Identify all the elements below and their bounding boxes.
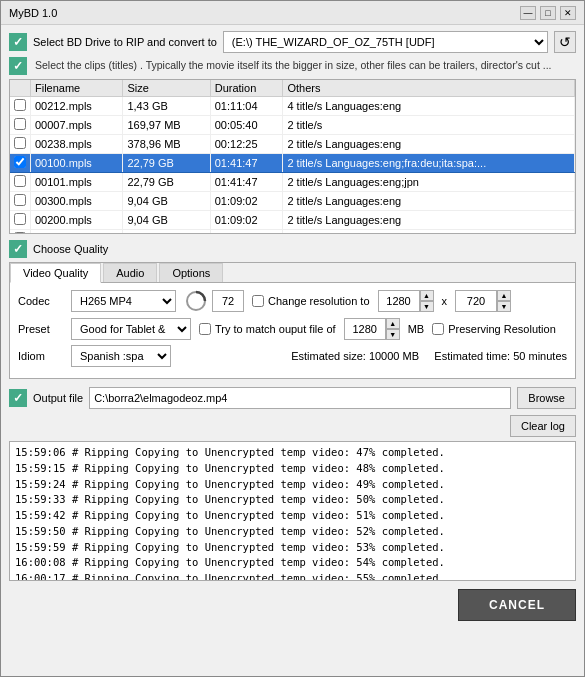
log-line: 15:59:24 # Ripping Copying to Unencrypte…	[15, 477, 570, 493]
match-output-wrap: Try to match ouput file of	[199, 323, 336, 335]
table-row[interactable]: 00100.mpls 22,79 GB 01:41:47 2 title/s L…	[10, 154, 575, 173]
row-checkbox-cell[interactable]	[10, 173, 31, 192]
res-height-wrap: 720 ▲ ▼	[455, 290, 511, 312]
preserving-res-checkbox[interactable]	[432, 323, 444, 335]
log-line: 16:00:08 # Ripping Copying to Unencrypte…	[15, 555, 570, 571]
tab-audio[interactable]: Audio	[103, 263, 157, 282]
tabs-header: Video Quality Audio Options	[10, 263, 575, 283]
row-checkbox[interactable]	[14, 213, 26, 225]
row-checkbox-cell[interactable]	[10, 211, 31, 230]
quality-input[interactable]: 72	[212, 290, 244, 312]
row-filename: 00238.mpls	[31, 135, 123, 154]
idiom-label: Idiom	[18, 350, 63, 362]
log-line: 15:59:50 # Ripping Copying to Unencrypte…	[15, 524, 570, 540]
row-checkbox-cell[interactable]	[10, 116, 31, 135]
res-width-down[interactable]: ▼	[420, 301, 434, 312]
table-row[interactable]: 00240.mpls 1,81 GB 01:00:48 2 title/s La…	[10, 230, 575, 235]
res-height-up[interactable]: ▲	[497, 290, 511, 301]
codec-row: Codec H265 MP4H264 MP4H265 MKV 72 Change…	[18, 289, 567, 313]
match-output-input-wrap: 1280 ▲ ▼	[344, 318, 400, 340]
log-line: 15:59:06 # Ripping Copying to Unencrypte…	[15, 445, 570, 461]
row-duration: 01:00:48	[210, 230, 283, 235]
tab-video-quality[interactable]: Video Quality	[10, 263, 101, 283]
row-size: 9,04 GB	[123, 211, 210, 230]
output-section: ✓ Output file C:\borra2\elmagodeoz.mp4 B…	[9, 387, 576, 409]
table-row[interactable]: 00007.mpls 169,97 MB 00:05:40 2 title/s	[10, 116, 575, 135]
row-checkbox[interactable]	[14, 137, 26, 149]
table-row[interactable]: 00300.mpls 9,04 GB 01:09:02 2 title/s La…	[10, 192, 575, 211]
preset-label: Preset	[18, 323, 63, 335]
clear-log-button[interactable]: Clear log	[510, 415, 576, 437]
preserving-res-label: Preserving Resolution	[448, 323, 556, 335]
codec-dropdown[interactable]: H265 MP4H264 MP4H265 MKV	[71, 290, 176, 312]
row-filename: 00200.mpls	[31, 211, 123, 230]
res-height-input[interactable]: 720	[455, 290, 497, 312]
minimize-button[interactable]: —	[520, 6, 536, 20]
row-size: 1,43 GB	[123, 97, 210, 116]
res-width-up[interactable]: ▲	[420, 290, 434, 301]
estimated-info: Estimated size: 10000 MB Estimated time:…	[291, 350, 567, 362]
row-duration: 01:09:02	[210, 192, 283, 211]
row-checkbox-cell[interactable]	[10, 97, 31, 116]
est-size-value: 10000 MB	[369, 350, 419, 362]
col-cb	[10, 80, 31, 97]
match-output-down[interactable]: ▼	[386, 329, 400, 340]
res-height-down[interactable]: ▼	[497, 301, 511, 312]
main-window: MyBD 1.0 — □ ✕ ✓ Select BD Drive to RIP …	[0, 0, 585, 677]
output-path-input[interactable]: C:\borra2\elmagodeoz.mp4	[89, 387, 511, 409]
table-row[interactable]: 00238.mpls 378,96 MB 00:12:25 2 title/s …	[10, 135, 575, 154]
row-checkbox-cell[interactable]	[10, 192, 31, 211]
row-size: 169,97 MB	[123, 116, 210, 135]
log-area: 15:59:06 # Ripping Copying to Unencrypte…	[9, 441, 576, 581]
change-res-wrap: Change resolution to	[252, 295, 370, 307]
row-checkbox-cell[interactable]	[10, 135, 31, 154]
row-checkbox[interactable]	[14, 99, 26, 111]
row-checkbox[interactable]	[14, 232, 26, 234]
table-row[interactable]: 00212.mpls 1,43 GB 01:11:04 4 title/s La…	[10, 97, 575, 116]
output-check-icon: ✓	[9, 389, 27, 407]
tab-options[interactable]: Options	[159, 263, 223, 282]
drive-dropdown[interactable]: (E:\) THE_WIZARD_OF_OZ_75TH [UDF]	[223, 31, 548, 53]
match-output-input[interactable]: 1280	[344, 318, 386, 340]
row-duration: 01:09:02	[210, 211, 283, 230]
clips-label: Select the clips (titles) . Typically th…	[35, 59, 552, 73]
row-checkbox-cell[interactable]	[10, 230, 31, 235]
close-button[interactable]: ✕	[560, 6, 576, 20]
col-duration: Duration	[210, 80, 283, 97]
log-line: 15:59:59 # Ripping Copying to Unencrypte…	[15, 540, 570, 556]
idiom-row: Idiom Spanish :spaEnglish :engFrench :fr…	[18, 345, 567, 367]
row-duration: 00:05:40	[210, 116, 283, 135]
cancel-button[interactable]: CANCEL	[458, 589, 576, 621]
col-others: Others	[283, 80, 575, 97]
res-width-input[interactable]: 1280	[378, 290, 420, 312]
log-line: 15:59:33 # Ripping Copying to Unencrypte…	[15, 492, 570, 508]
idiom-dropdown[interactable]: Spanish :spaEnglish :engFrench :fra	[71, 345, 171, 367]
match-output-checkbox[interactable]	[199, 323, 211, 335]
clips-row: ✓ Select the clips (titles) . Typically …	[9, 57, 576, 75]
preset-dropdown[interactable]: Good for Tablet &High QualityFast Encode	[71, 318, 191, 340]
match-output-unit: MB	[408, 323, 425, 335]
row-checkbox[interactable]	[14, 175, 26, 187]
row-checkbox[interactable]	[14, 118, 26, 130]
match-output-up[interactable]: ▲	[386, 318, 400, 329]
row-filename: 00300.mpls	[31, 192, 123, 211]
browse-button[interactable]: Browse	[517, 387, 576, 409]
file-table: Filename Size Duration Others 00212.mpls…	[10, 80, 575, 234]
row-others: 2 title/s	[283, 116, 575, 135]
table-row[interactable]: 00200.mpls 9,04 GB 01:09:02 2 title/s La…	[10, 211, 575, 230]
tabs-container: Video Quality Audio Options Codec H265 M…	[9, 262, 576, 379]
restore-button[interactable]: □	[540, 6, 556, 20]
window-body: ✓ Select BD Drive to RIP and convert to …	[1, 25, 584, 676]
row-checkbox-cell[interactable]	[10, 154, 31, 173]
row-checkbox[interactable]	[14, 194, 26, 206]
row-checkbox[interactable]	[14, 156, 26, 168]
refresh-button[interactable]: ↺	[554, 31, 576, 53]
change-res-checkbox[interactable]	[252, 295, 264, 307]
row-size: 1,81 GB	[123, 230, 210, 235]
table-row[interactable]: 00101.mpls 22,79 GB 01:41:47 2 title/s L…	[10, 173, 575, 192]
drive-label: Select BD Drive to RIP and convert to	[33, 36, 217, 48]
row-others: 2 title/s Languages:eng	[283, 230, 575, 235]
row-size: 22,79 GB	[123, 173, 210, 192]
row-duration: 00:12:25	[210, 135, 283, 154]
row-others: 2 title/s Languages:eng	[283, 192, 575, 211]
